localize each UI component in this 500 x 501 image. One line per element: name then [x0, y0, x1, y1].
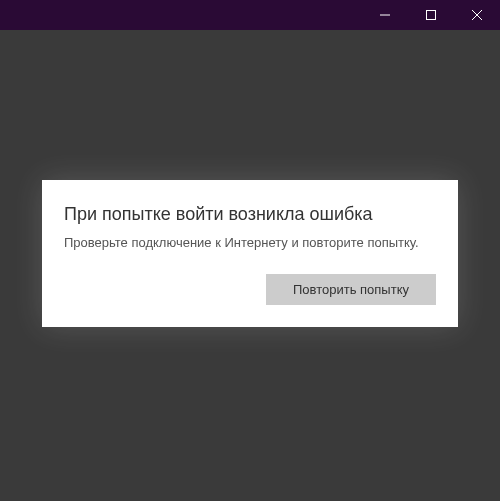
svg-rect-1 [427, 11, 436, 20]
error-dialog: При попытке войти возникла ошибка Провер… [42, 180, 458, 327]
content-area: При попытке войти возникла ошибка Провер… [0, 30, 500, 501]
titlebar-buttons [362, 0, 500, 30]
retry-button[interactable]: Повторить попытку [266, 274, 436, 305]
dialog-message: Проверьте подключение к Интернету и повт… [64, 235, 436, 250]
titlebar [0, 0, 500, 30]
dialog-title: При попытке войти возникла ошибка [64, 204, 436, 225]
minimize-icon [380, 10, 390, 20]
app-window: При попытке войти возникла ошибка Провер… [0, 0, 500, 501]
dialog-actions: Повторить попытку [64, 274, 436, 305]
maximize-icon [426, 10, 436, 20]
maximize-button[interactable] [408, 0, 454, 30]
close-button[interactable] [454, 0, 500, 30]
minimize-button[interactable] [362, 0, 408, 30]
close-icon [472, 10, 482, 20]
